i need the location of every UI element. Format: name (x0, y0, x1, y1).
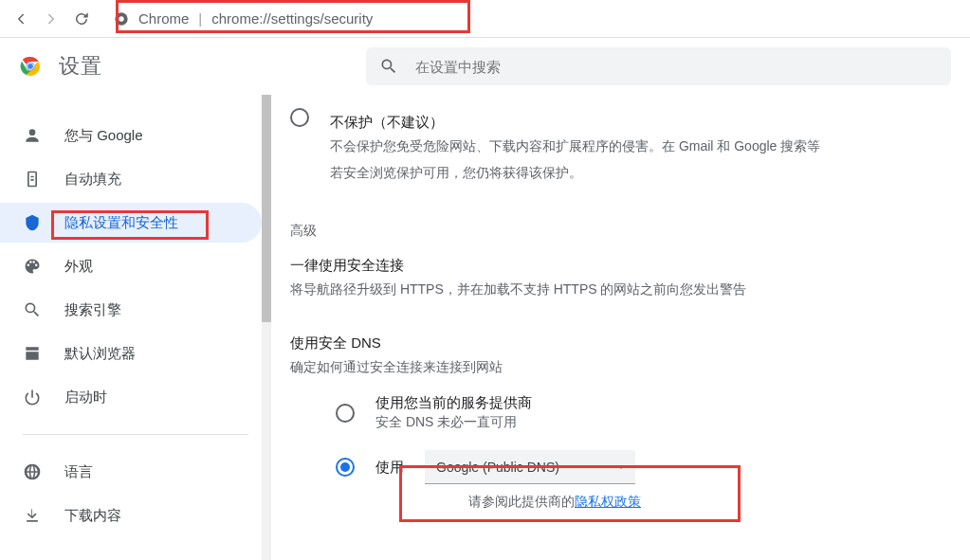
settings-sidebar: 您与 Google 自动填充 隐私设置和安全性 外观 搜索引擎 默认浏览器 启动… (0, 95, 271, 560)
url-path: chrome://settings/security (211, 10, 373, 27)
settings-search[interactable] (366, 47, 951, 85)
dns-provider-select[interactable]: Google (Public DNS) (425, 450, 635, 484)
forward-button[interactable] (38, 6, 64, 32)
sidebar-item-label: 启动时 (64, 388, 107, 406)
https-title: 一律使用安全连接 (290, 257, 962, 275)
sidebar-item-downloads[interactable]: 下载内容 (0, 496, 262, 535)
sidebar-item-privacy[interactable]: 隐私设置和安全性 (0, 203, 262, 243)
sidebar-item-search-engine[interactable]: 搜索引擎 (0, 290, 262, 330)
radio-dns-custom[interactable] (336, 458, 355, 477)
shield-icon (23, 213, 42, 232)
sidebar-item-appearance[interactable]: 外观 (0, 246, 262, 286)
sidebar-item-label: 隐私设置和安全性 (64, 214, 178, 232)
sidebar-item-label: 默认浏览器 (64, 345, 136, 363)
search-icon (379, 57, 398, 76)
secure-dns-title: 使用安全 DNS (290, 334, 962, 352)
sidebar-item-on-startup[interactable]: 启动时 (0, 377, 262, 417)
dns-provider-value: Google (Public DNS) (436, 460, 559, 475)
page-title: 设置 (59, 52, 102, 81)
url-host: Chrome (138, 10, 189, 27)
search-icon (23, 300, 42, 319)
sidebar-scrollbar-thumb[interactable] (262, 95, 271, 322)
radio-dns-current[interactable] (336, 404, 355, 423)
sidebar-item-label: 下载内容 (64, 507, 121, 525)
no-protection-title: 不保护（不建议） (330, 114, 820, 132)
dns-current-provider-option[interactable]: 使用您当前的服务提供商 安全 DNS 未必一直可用 (336, 394, 962, 431)
sidebar-item-default-browser[interactable]: 默认浏览器 (0, 334, 262, 373)
globe-icon (23, 462, 42, 481)
sidebar-item-label: 搜索引擎 (64, 301, 121, 319)
sidebar-item-label: 自动填充 (64, 171, 121, 189)
palette-icon (23, 257, 42, 276)
url-separator: | (198, 10, 202, 27)
https-desc: 将导航路径升级到 HTTPS，并在加载不支持 HTTPS 的网站之前向您发出警告 (290, 279, 962, 301)
no-protection-desc-2: 若安全浏览保护可用，您仍将获得该保护。 (330, 162, 820, 185)
policy-prefix: 请参阅此提供商的 (468, 495, 575, 509)
back-button[interactable] (8, 6, 34, 32)
dns-use-label: 使用 (375, 459, 404, 477)
dns-policy-line: 请参阅此提供商的隐私权政策 (468, 494, 962, 511)
sidebar-item-label: 外观 (64, 258, 93, 276)
secure-dns-desc: 确定如何通过安全连接来连接到网站 (290, 356, 962, 379)
dns-current-label: 使用您当前的服务提供商 (375, 394, 532, 412)
chrome-logo-icon (19, 55, 42, 78)
settings-main: 不保护（不建议） 不会保护您免受危险网站、下载内容和扩展程序的侵害。在 Gmai… (271, 95, 970, 560)
site-icon (114, 11, 129, 27)
person-icon (23, 126, 42, 145)
settings-header: 设置 (0, 38, 970, 95)
address-bar[interactable]: Chrome | chrome://settings/security (104, 5, 962, 33)
browser-toolbar: Chrome | chrome://settings/security (0, 0, 970, 38)
no-protection-desc-1: 不会保护您免受危险网站、下载内容和扩展程序的侵害。在 Gmail 和 Googl… (330, 135, 820, 158)
clipboard-icon (23, 170, 42, 189)
no-protection-option[interactable]: 不保护（不建议） 不会保护您免受危险网站、下载内容和扩展程序的侵害。在 Gmai… (290, 106, 962, 185)
radio-no-protection[interactable] (290, 108, 309, 127)
dns-custom-provider-option[interactable]: 使用 Google (Public DNS) (336, 450, 962, 484)
reload-button[interactable] (68, 6, 95, 32)
chevron-down-icon (616, 462, 626, 472)
advanced-section-label: 高级 (290, 223, 962, 240)
settings-search-input[interactable] (413, 58, 938, 76)
sidebar-item-label: 语言 (64, 463, 93, 481)
sidebar-item-you-and-google[interactable]: 您与 Google (0, 116, 262, 155)
download-icon (23, 506, 42, 525)
sidebar-item-autofill[interactable]: 自动填充 (0, 159, 262, 199)
svg-point-1 (119, 16, 123, 21)
sidebar-divider (23, 434, 248, 435)
dns-current-sub: 安全 DNS 未必一直可用 (375, 414, 532, 431)
window-icon (23, 344, 42, 363)
privacy-policy-link[interactable]: 隐私权政策 (575, 495, 641, 509)
sidebar-item-label: 您与 Google (64, 127, 143, 145)
svg-point-4 (27, 63, 34, 70)
sidebar-item-languages[interactable]: 语言 (0, 452, 262, 492)
power-icon (23, 388, 42, 406)
